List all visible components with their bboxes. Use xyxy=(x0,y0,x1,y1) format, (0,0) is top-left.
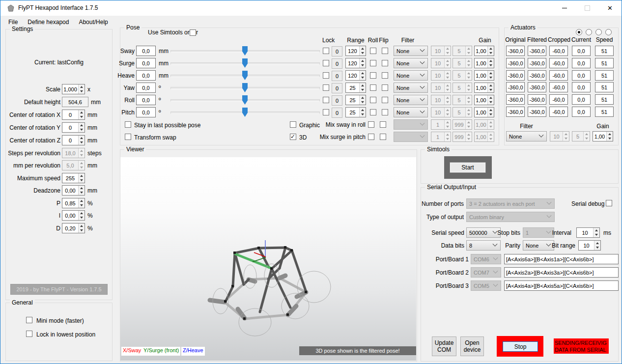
transform-swap-checkbox[interactable] xyxy=(125,134,131,140)
pose-range-spinner-sway[interactable]: 120 xyxy=(345,46,366,56)
settings-field-spinner-3[interactable]: 0 xyxy=(62,122,85,133)
pose-value-surge[interactable]: 0,0 xyxy=(136,58,156,68)
viewer-canvas[interactable] xyxy=(120,157,416,361)
spinner-arrows[interactable] xyxy=(487,95,494,105)
actuators-view-radio-3[interactable] xyxy=(605,29,612,35)
pose-range-spinner-roll[interactable]: 25 xyxy=(345,95,366,105)
pose-filter-select-pitch[interactable]: None xyxy=(394,107,428,117)
port-board-format-3[interactable]: [A<Axis4a>][B<Axis5a>][C<Axis6b>] xyxy=(504,280,619,291)
spinner-arrows[interactable] xyxy=(78,84,85,94)
spinner-arrows[interactable] xyxy=(487,71,494,80)
pose-roll-checkbox-sway[interactable] xyxy=(370,48,376,54)
pose-range-spinner-yaw[interactable]: 25 xyxy=(345,83,366,93)
spinner-arrows[interactable] xyxy=(487,108,494,117)
pose-flip-checkbox-sway[interactable] xyxy=(382,48,388,54)
pose-gain-heave[interactable]: 1,00 xyxy=(474,70,494,81)
pose-filter-select-heave[interactable]: None xyxy=(394,70,428,81)
pose-gain-pitch[interactable]: 1,00 xyxy=(474,107,494,117)
pose-range-spinner-pitch[interactable]: 25 xyxy=(345,107,366,117)
spinner-arrows[interactable] xyxy=(359,108,366,117)
spinner-arrows[interactable] xyxy=(78,110,85,119)
pose-flip-checkbox-pitch[interactable] xyxy=(382,109,388,115)
pose-slider-sway[interactable] xyxy=(170,46,320,56)
pose-lock-checkbox-roll[interactable] xyxy=(323,97,329,103)
spinner-arrows[interactable] xyxy=(359,83,366,92)
pose-flip-checkbox-yaw[interactable] xyxy=(382,84,388,91)
slider-thumb[interactable] xyxy=(242,83,248,92)
pose-filter-select-sway[interactable]: None xyxy=(394,46,428,56)
pose-slider-heave[interactable] xyxy=(170,71,320,81)
pose-lock-checkbox-yaw[interactable] xyxy=(323,84,329,91)
pose-flip-checkbox-roll[interactable] xyxy=(382,97,388,103)
interval-spinner[interactable]: 10 xyxy=(576,227,600,238)
spinner-arrows[interactable] xyxy=(359,58,366,68)
pose-gain-sway[interactable]: 1,00 xyxy=(474,46,494,56)
pose-flip-checkbox-surge[interactable] xyxy=(382,60,388,66)
pose-filter-select-yaw[interactable]: None xyxy=(394,83,428,93)
spinner-arrows[interactable] xyxy=(78,173,85,183)
actuators-filter-select[interactable]: None xyxy=(506,131,547,141)
pose-gain-yaw[interactable]: 1,00 xyxy=(474,83,494,93)
mix-sway-roll-checkbox-2[interactable] xyxy=(380,121,386,128)
pose-range-spinner-heave[interactable]: 120 xyxy=(345,70,366,81)
slider-thumb[interactable] xyxy=(242,71,248,80)
slider-thumb[interactable] xyxy=(242,58,248,68)
use-simtools-order-checkbox[interactable] xyxy=(190,29,196,36)
pose-value-roll[interactable]: 0,0 xyxy=(136,95,156,105)
lock-lowest-checkbox[interactable] xyxy=(26,331,32,337)
pose-gain-roll[interactable]: 1,00 xyxy=(474,95,494,105)
slider-thumb[interactable] xyxy=(242,46,248,56)
mix-surge-pitch-checkbox-1[interactable] xyxy=(368,134,374,140)
spinner-arrows[interactable] xyxy=(593,228,599,237)
spinner-arrows[interactable] xyxy=(487,46,494,56)
pose-roll-checkbox-surge[interactable] xyxy=(370,60,376,66)
simtools-start-button[interactable]: Start xyxy=(450,162,486,173)
slider-thumb[interactable] xyxy=(242,95,248,105)
settings-field-spinner-8[interactable]: 0,00 xyxy=(62,185,85,196)
spinner-arrows[interactable] xyxy=(78,123,85,132)
pose-filter-select-roll[interactable]: None xyxy=(394,95,428,105)
spinner-arrows[interactable] xyxy=(78,136,85,145)
bit-range-spinner[interactable]: 10 xyxy=(578,240,601,251)
actuators-view-radio-2[interactable] xyxy=(595,29,602,35)
pose-lock-checkbox-sway[interactable] xyxy=(323,48,329,54)
settings-field-spinner-2[interactable]: 0 xyxy=(62,110,85,120)
spinner-arrows[interactable] xyxy=(78,198,85,208)
settings-field-spinner-4[interactable]: 0 xyxy=(62,135,85,145)
stop-button[interactable]: Stop xyxy=(503,341,538,352)
spinner-arrows[interactable] xyxy=(359,46,366,56)
pose-value-sway[interactable]: 0,0 xyxy=(136,46,156,56)
spinner-arrows[interactable] xyxy=(606,132,613,141)
pose-slider-roll[interactable] xyxy=(170,95,320,105)
pose-slider-yaw[interactable] xyxy=(170,83,320,93)
settings-field-spinner-11[interactable]: 0,20 xyxy=(62,223,85,233)
pose-roll-checkbox-pitch[interactable] xyxy=(370,109,376,115)
pose-filter-select-surge[interactable]: None xyxy=(394,58,428,68)
spinner-arrows[interactable] xyxy=(78,186,85,195)
actuators-gain-spinner[interactable]: 1,00 xyxy=(593,131,613,141)
pose-value-pitch[interactable]: 0,0 xyxy=(136,107,156,117)
port-board-format-2[interactable]: [A<Axis2a>][B<Axis3a>][C<Axis6b>] xyxy=(504,267,619,278)
pose-slider-surge[interactable] xyxy=(170,58,320,68)
pose-lock-checkbox-surge[interactable] xyxy=(323,60,329,66)
graphic-checkbox[interactable] xyxy=(290,121,296,128)
pose-lock-checkbox-heave[interactable] xyxy=(323,72,329,79)
mini-mode-checkbox[interactable] xyxy=(26,317,32,323)
spinner-arrows[interactable] xyxy=(359,71,366,80)
settings-field-spinner-9[interactable]: 0,85 xyxy=(62,198,85,208)
mix-sway-roll-checkbox-1[interactable] xyxy=(368,121,374,128)
pose-range-spinner-surge[interactable]: 120 xyxy=(345,58,366,68)
slider-thumb[interactable] xyxy=(242,108,248,117)
spinner-arrows[interactable] xyxy=(487,83,494,92)
spinner-arrows[interactable] xyxy=(359,95,366,105)
stay-last-pose-checkbox[interactable] xyxy=(125,121,131,128)
pose-roll-checkbox-roll[interactable] xyxy=(370,97,376,103)
pose-gain-surge[interactable]: 1,00 xyxy=(474,58,494,68)
open-device-button[interactable]: Open device xyxy=(460,336,484,356)
mix-surge-pitch-checkbox-2[interactable] xyxy=(380,134,386,140)
threed-checkbox[interactable] xyxy=(290,134,296,140)
actuators-view-radio-1[interactable] xyxy=(586,29,592,35)
pose-roll-checkbox-yaw[interactable] xyxy=(370,84,376,91)
pose-slider-pitch[interactable] xyxy=(170,108,320,117)
spinner-arrows[interactable] xyxy=(78,211,85,220)
